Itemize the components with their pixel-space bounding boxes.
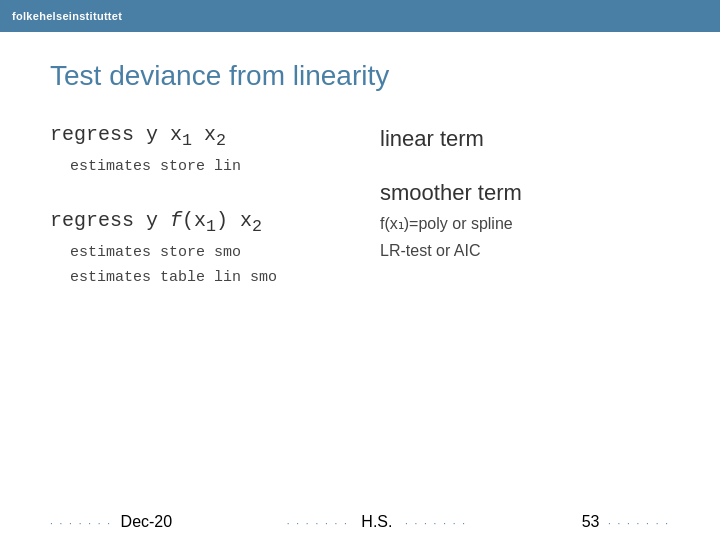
footer-right-area: 53 · · · · · · · xyxy=(582,513,670,531)
footer-dots-right: · · · · · · · xyxy=(608,518,670,529)
right-column: linear term smoother term f(x₁)=poly or … xyxy=(360,122,670,319)
footer-center-area: · · · · · · · H.S. · · · · · · · xyxy=(287,513,467,531)
estimates-store-smo: estimates store smo xyxy=(70,240,340,266)
regress-linear-text: regress y x1 x2 xyxy=(50,123,226,146)
left-column: regress y x1 x2 estimates store lin regr… xyxy=(50,122,360,319)
section-smoother: regress y f(x1) x2 estimates store smo e… xyxy=(50,208,340,291)
footer-page: 53 xyxy=(582,513,600,530)
header-bar: folkehelseinstituttet xyxy=(0,0,720,32)
main-content: Test deviance from linearity regress y x… xyxy=(0,32,720,339)
regress-linear-heading: regress y x1 x2 xyxy=(50,122,340,150)
footer-date: Dec-20 xyxy=(121,513,173,530)
smoother-desc2: LR-test or AIC xyxy=(380,237,670,264)
footer-left: · · · · · · · Dec-20 xyxy=(50,513,172,531)
footer: · · · · · · · Dec-20 · · · · · · · H.S. … xyxy=(0,504,720,540)
smoother-desc1: f(x₁)=poly or spline xyxy=(380,210,670,237)
estimates-store-lin: estimates store lin xyxy=(70,154,340,180)
smoother-term-block: smoother term f(x₁)=poly or spline LR-te… xyxy=(380,180,670,264)
estimates-table-lin-smo: estimates table lin smo xyxy=(70,265,340,291)
logo-text: folkehelseinstituttet xyxy=(12,10,122,22)
footer-author: H.S. xyxy=(361,513,392,530)
section-linear: regress y x1 x2 estimates store lin xyxy=(50,122,340,180)
linear-term-block: linear term xyxy=(380,126,670,152)
regress-smoother-heading: regress y f(x1) x2 xyxy=(50,208,340,236)
smoother-term-label: smoother term xyxy=(380,180,670,206)
two-column-layout: regress y x1 x2 estimates store lin regr… xyxy=(50,122,670,319)
footer-dots-center-left: · · · · · · · xyxy=(287,518,349,529)
regress-smoother-text: regress y f(x1) x2 xyxy=(50,209,262,232)
footer-dots-left: · · · · · · · xyxy=(50,518,112,529)
slide-title: Test deviance from linearity xyxy=(50,60,670,92)
footer-dots-center-right: · · · · · · · xyxy=(405,518,467,529)
linear-term-label: linear term xyxy=(380,126,670,152)
